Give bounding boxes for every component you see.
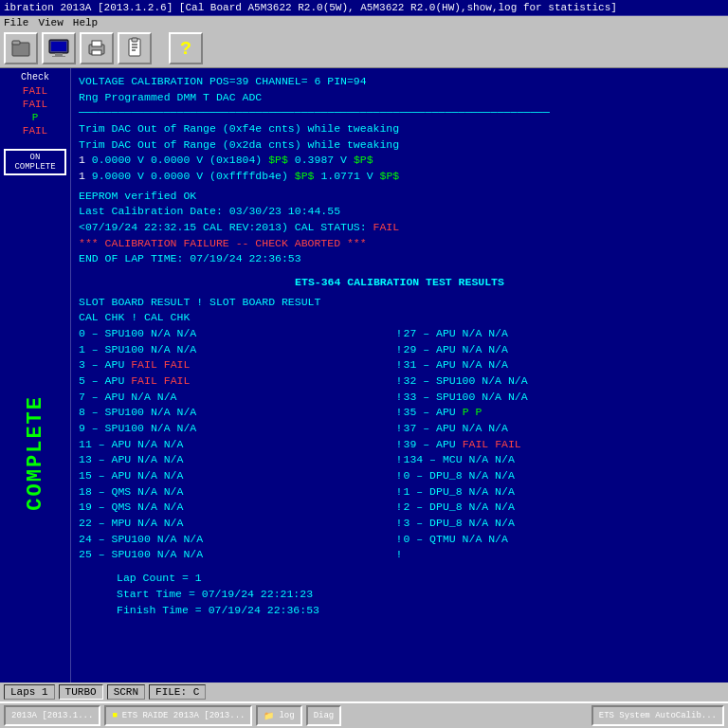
complete-label: COMPLETE <box>24 395 47 511</box>
results-title: ETS-364 CALIBRATION TEST RESULTS <box>79 275 720 291</box>
status-turbo: TURBO <box>59 684 103 700</box>
svg-rect-10 <box>132 38 137 42</box>
svg-rect-3 <box>55 53 63 56</box>
trim-msg2: Trim DAC Out of Range (0x2da cnts) while… <box>79 137 720 154</box>
toolbar-btn-monitor[interactable] <box>42 32 76 64</box>
col-headers: Rng Programmed DMM T DAC ADC <box>79 90 720 106</box>
table-row: 24 – SPU100 N/A N/A <box>79 532 396 548</box>
table-row: 19 – QMS N/A N/A <box>79 500 396 516</box>
status-file: FILE: C <box>149 684 206 700</box>
taskbar-btn5-label: ETS System AutoCalib... <box>599 711 717 720</box>
taskbar-btn4[interactable]: Diag <box>306 705 342 726</box>
table-row: 37 – APU N/A N/A <box>404 421 721 437</box>
table-row: 22 – MPU N/A N/A <box>79 516 396 532</box>
lap-count-row: Lap Count = 1 <box>117 571 720 587</box>
table-right: 27 – APU N/A N/A 29 – APU N/A N/A 31 – A… <box>404 326 721 563</box>
table-header1: SLOT BOARD RESULT ! SLOT BOARD RESULT <box>79 295 720 311</box>
toolbar: ? <box>0 29 728 68</box>
table-row: 33 – SPU100 N/A N/A <box>404 390 721 406</box>
table-row: 3 – APU FAIL FAIL <box>79 357 396 373</box>
sidebar-item-3: FAIL <box>2 124 68 137</box>
menu-view[interactable]: View <box>38 17 63 28</box>
table-row: 0 – SPU100 N/A N/A <box>79 326 396 342</box>
table-row: 15 – APU N/A N/A <box>79 468 396 484</box>
taskbar-btn5[interactable]: ETS System AutoCalib... <box>592 705 724 726</box>
row2: 1 9.0000 V 0.0000 V (0xffffdb4e) $P$ 1.0… <box>79 169 720 185</box>
svg-rect-4 <box>52 56 65 57</box>
sidebar: Check FAIL FAIL P FAIL ON COMPLETE COMPL… <box>0 68 71 711</box>
taskbar-btn4-label: Diag <box>314 711 335 720</box>
window-title: ibration 2013A [2013.1.2.6] [Cal Board A… <box>4 2 617 13</box>
table-header2: CAL CHK ! CAL CHK <box>79 310 720 326</box>
status-laps: Laps 1 <box>4 684 55 700</box>
svg-rect-8 <box>92 50 101 55</box>
cal-status-line: <07/19/24 22:32.15 CAL REV:2013) CAL STA… <box>79 220 720 236</box>
end-lap: END OF LAP TIME: 07/19/24 22:36:53 <box>79 251 720 267</box>
on-complete-label[interactable]: ON COMPLETE <box>4 149 66 175</box>
terminal[interactable]: VOLTAGE CALIBRATION POS=39 CHANNEL= 6 PI… <box>71 68 728 711</box>
table-row: 18 – QMS N/A N/A <box>79 484 396 500</box>
taskbar-btn3[interactable]: 📁 log <box>256 705 301 726</box>
title-bar: ibration 2013A [2013.1.2.6] [Cal Board A… <box>0 0 728 16</box>
table-row: 5 – APU FAIL FAIL <box>79 373 396 390</box>
trim-msg1: Trim DAC Out of Range (0xf4e cnts) while… <box>79 121 720 137</box>
table-row: 32 – SPU100 N/A N/A <box>404 373 721 390</box>
start-time-row: Start Time = 07/19/24 22:21:23 <box>117 587 720 603</box>
header-line: VOLTAGE CALIBRATION POS=39 CHANNEL= 6 PI… <box>79 74 720 90</box>
menu-file[interactable]: File <box>4 17 28 28</box>
taskbar-btn2[interactable]: ■ ETS RAIDE 2013A [2013... <box>104 705 252 726</box>
cal-failure: *** CALIBRATION FAILURE -- CHECK ABORTED… <box>79 236 720 252</box>
main-layout: Check FAIL FAIL P FAIL ON COMPLETE COMPL… <box>0 68 728 711</box>
sidebar-check-label: Check <box>2 72 68 82</box>
taskbar-btn3-label: log <box>279 711 294 720</box>
table-row: 11 – APU N/A N/A <box>79 437 396 453</box>
separator-line: ────────────────────────────────────────… <box>79 105 720 121</box>
status-scrn: SCRN <box>107 684 145 700</box>
taskbar-btn1-label: 2013A [2013.1... <box>11 711 93 720</box>
table-row: 13 – APU N/A N/A <box>79 452 396 468</box>
sidebar-item-2: P <box>2 111 68 124</box>
status-bar: Laps 1 TURBO SCRN FILE: C <box>0 682 728 701</box>
table-row: 35 – APU P P <box>404 405 721 421</box>
table-row: 27 – APU N/A N/A <box>404 326 721 342</box>
table-row: 3 – DPU_8 N/A N/A <box>404 516 721 532</box>
table-row: 2 – DPU_8 N/A N/A <box>404 500 721 516</box>
svg-rect-5 <box>51 42 66 51</box>
menu-bar: File View Help <box>0 16 728 29</box>
taskbar-btn2-label: ETS RAIDE 2013A [2013... <box>122 711 246 720</box>
table-row: 0 – QTMU N/A N/A <box>404 532 721 548</box>
lap-info: Lap Count = 1 Start Time = 07/19/24 22:2… <box>79 571 720 618</box>
row1: 1 0.0000 V 0.0000 V (0x1804) $P$ 0.3987 … <box>79 153 720 169</box>
table-rows: 0 – SPU100 N/A N/A 1 – SPU100 N/A N/A 3 … <box>79 326 720 563</box>
table-row: 39 – APU FAIL FAIL <box>404 437 721 453</box>
table-row: 29 – APU N/A N/A <box>404 342 721 358</box>
toolbar-btn-help[interactable]: ? <box>169 32 203 64</box>
table-row: 31 – APU N/A N/A <box>404 357 721 373</box>
table-row: 1 – DPU_8 N/A N/A <box>404 484 721 500</box>
table-row: 1 – SPU100 N/A N/A <box>79 342 396 358</box>
taskbar-btn1[interactable]: 2013A [2013.1... <box>4 705 100 726</box>
table-row: 9 – SPU100 N/A N/A <box>79 421 396 437</box>
table-divider: !!!!!!!!!!!!!!! <box>396 326 404 563</box>
sidebar-item-1: FAIL <box>2 98 68 111</box>
svg-rect-1 <box>12 41 20 45</box>
table-row: 25 – SPU100 N/A N/A <box>79 547 396 563</box>
table-row: 0 – DPU_8 N/A N/A <box>404 468 721 484</box>
eeprom-msg: EEPROM verified OK <box>79 189 720 205</box>
table-left: 0 – SPU100 N/A N/A 1 – SPU100 N/A N/A 3 … <box>79 326 396 563</box>
sidebar-item-0: FAIL <box>2 84 68 98</box>
taskbar: 2013A [2013.1... ■ ETS RAIDE 2013A [2013… <box>0 701 728 728</box>
last-cal: Last Calibration Date: 03/30/23 10:44.55 <box>79 204 720 220</box>
toolbar-btn-clipboard[interactable] <box>118 32 152 64</box>
finish-time-row: Finish Time = 07/19/24 22:36:53 <box>117 603 720 619</box>
menu-help[interactable]: Help <box>73 17 98 28</box>
on-complete-text: ON COMPLETE <box>9 153 61 172</box>
toolbar-btn-open[interactable] <box>4 32 38 64</box>
svg-rect-7 <box>92 41 101 46</box>
toolbar-btn-print[interactable] <box>80 32 114 64</box>
table-row: 7 – APU N/A N/A <box>79 390 396 406</box>
table-row: 8 – SPU100 N/A N/A <box>79 405 396 421</box>
table-row: 134 – MCU N/A N/A <box>404 452 721 468</box>
